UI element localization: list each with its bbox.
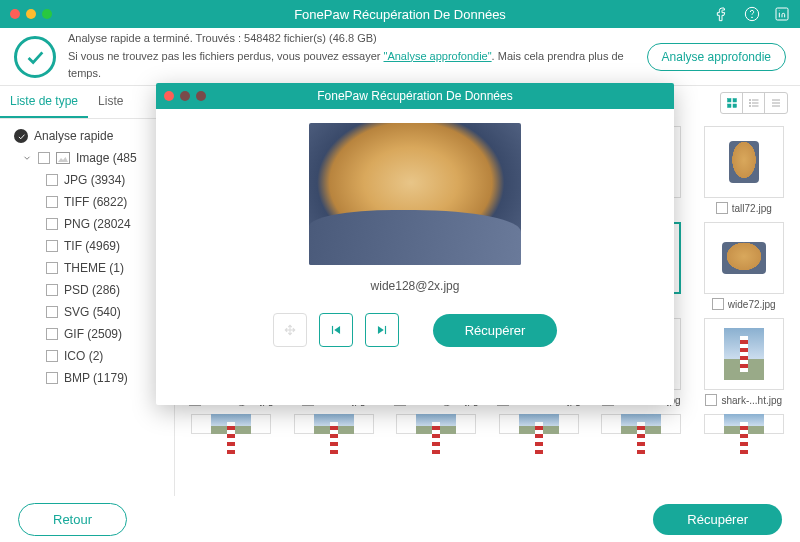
preview-modal: FonePaw Récupération De Données wide128@… [156,83,674,405]
checkbox[interactable] [38,152,50,164]
svg-rect-19 [385,326,386,334]
tree-item-tiff[interactable]: TIFF (6822) [0,191,174,213]
tree-image-group[interactable]: Image (485 [0,147,174,169]
svg-rect-4 [733,99,737,103]
modal-window-controls[interactable] [164,91,206,101]
close-icon[interactable] [164,91,174,101]
svg-point-1 [752,17,753,18]
svg-point-10 [749,100,750,101]
modal-recover-button[interactable]: Récupérer [433,314,558,347]
svg-rect-6 [733,104,737,108]
detail-view-button[interactable] [765,93,787,113]
svg-rect-16 [332,326,333,334]
tree-item-bmp[interactable]: BMP (1179) [0,367,174,389]
thumb-cell[interactable]: tall72.jpg [696,126,793,214]
tree-item-svg[interactable]: SVG (540) [0,301,174,323]
preview-image [309,123,521,265]
modal-title: FonePaw Récupération De Données [156,89,674,103]
tree-quick-scan[interactable]: Analyse rapide [0,125,174,147]
thumb-cell[interactable] [183,414,280,434]
thumb-cell[interactable] [491,414,588,434]
summary-line2: Si vous ne trouvez pas les fichiers perd… [68,48,635,83]
tree-item-psd[interactable]: PSD (286) [0,279,174,301]
thumb-cell[interactable] [286,414,383,434]
modal-titlebar: FonePaw Récupération De Données [156,83,674,109]
scan-summary: Analyse rapide a terminé. Trouvés : 5484… [0,28,800,86]
checkmark-icon [14,36,56,78]
help-icon[interactable] [744,6,760,22]
tree-item-png[interactable]: PNG (28024 [0,213,174,235]
summary-line1: Analyse rapide a terminé. Trouvés : 5484… [68,30,635,48]
tree-item-ico[interactable]: ICO (2) [0,345,174,367]
next-button[interactable] [365,313,399,347]
svg-point-11 [749,103,750,104]
minimize-icon[interactable] [180,91,190,101]
sidebar: Liste de type Liste Analyse rapide Image… [0,86,175,496]
deep-scan-link[interactable]: "Analyse approfondie" [384,50,492,62]
footer: Retour Récupérer [0,496,800,542]
thumb-cell[interactable]: shark-...ht.jpg [696,318,793,406]
svg-marker-17 [334,326,340,334]
thumb-cell[interactable]: wide72.jpg [696,222,793,310]
sidebar-tabs: Liste de type Liste [0,86,174,119]
svg-marker-18 [378,326,384,334]
tab-path-list[interactable]: Liste [88,86,133,118]
view-toggle [720,92,788,114]
prev-button[interactable] [319,313,353,347]
tree-item-gif[interactable]: GIF (2509) [0,323,174,345]
back-button[interactable]: Retour [18,503,127,536]
tree-item-jpg[interactable]: JPG (3934) [0,169,174,191]
file-tree: Analyse rapide Image (485 JPG (3934) TIF… [0,119,174,395]
titlebar: FonePaw Récupération De Données [0,0,800,28]
chevron-down-icon [22,153,32,163]
tree-item-theme[interactable]: THEME (1) [0,257,174,279]
deep-scan-button[interactable]: Analyse approfondie [647,43,786,71]
list-view-button[interactable] [743,93,765,113]
image-icon [56,152,70,164]
svg-rect-5 [727,104,731,108]
preview-filename: wide128@2x.jpg [371,279,460,293]
svg-point-12 [749,106,750,107]
app-title: FonePaw Récupération De Données [0,7,800,22]
fullscreen-button[interactable] [273,313,307,347]
facebook-icon[interactable] [714,6,730,22]
tab-type-list[interactable]: Liste de type [0,86,88,118]
linkedin-icon[interactable] [774,6,790,22]
maximize-icon[interactable] [196,91,206,101]
tree-item-tif[interactable]: TIF (4969) [0,235,174,257]
grid-view-button[interactable] [721,93,743,113]
thumb-cell[interactable] [593,414,690,434]
recover-button[interactable]: Récupérer [653,504,782,535]
check-badge-icon [14,129,28,143]
svg-rect-3 [727,99,731,103]
thumb-cell[interactable] [388,414,485,434]
thumb-cell[interactable] [696,414,793,434]
